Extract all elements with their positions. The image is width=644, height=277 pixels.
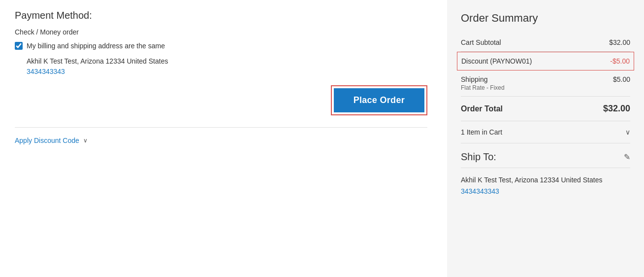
billing-address-street: Test <box>50 57 63 65</box>
divider <box>15 127 427 128</box>
items-in-cart-row[interactable]: 1 Item in Cart ∨ <box>461 121 630 143</box>
order-total-label: Order Total <box>461 104 503 113</box>
shipping-row: Shipping Flat Rate - Fixed $5.00 <box>461 70 630 97</box>
ship-to-title: Ship To: <box>461 151 496 163</box>
billing-address-city: Test, Arizona 12334 <box>64 57 125 65</box>
billing-same-label: My billing and shipping address are the … <box>27 42 165 50</box>
cart-subtotal-value: $32.00 <box>609 38 630 46</box>
shipping-method: Flat Rate - Fixed <box>461 84 505 91</box>
payment-type: Check / Money order <box>15 28 427 36</box>
chevron-down-cart-icon: ∨ <box>625 128 630 136</box>
ship-address-name: Akhil K <box>461 176 483 184</box>
payment-method-title: Payment Method: <box>15 10 427 21</box>
shipping-label: Shipping <box>461 75 505 83</box>
right-panel: Order Summary Cart Subtotal $32.00 Disco… <box>447 0 644 277</box>
order-total-row: Order Total $32.00 <box>461 97 630 121</box>
place-order-wrapper: Place Order <box>331 85 427 115</box>
billing-address-country: United States <box>127 57 168 65</box>
items-in-cart-label: 1 Item in Cart <box>461 128 502 136</box>
discount-row: Discount (PAYNOW01) -$5.00 <box>457 52 634 70</box>
apply-discount-row[interactable]: Apply Discount Code ∨ <box>15 137 427 144</box>
billing-address-block: Akhil K Test Test, Arizona 12334 United … <box>15 56 427 75</box>
cart-subtotal-row: Cart Subtotal $32.00 <box>461 34 630 52</box>
order-total-value: $32.00 <box>603 104 630 114</box>
apply-discount-label[interactable]: Apply Discount Code <box>15 137 79 144</box>
ship-address-country: United States <box>561 176 602 184</box>
shipping-left: Shipping Flat Rate - Fixed <box>461 75 505 91</box>
cart-subtotal-label: Cart Subtotal <box>461 38 501 46</box>
chevron-down-icon: ∨ <box>83 137 88 144</box>
billing-address-name: Akhil K <box>27 57 48 65</box>
ship-address-phone[interactable]: 3434343343 <box>461 187 630 195</box>
ship-to-section: Ship To: ✎ Akhil K Test Test, Arizona 12… <box>461 151 630 195</box>
discount-label: Discount (PAYNOW01) <box>461 57 532 65</box>
ship-address-city: Test, Arizona 12334 <box>499 176 559 184</box>
shipping-value: $5.00 <box>613 75 630 83</box>
place-order-button[interactable]: Place Order <box>334 88 424 112</box>
billing-same-checkbox[interactable] <box>15 42 23 50</box>
place-order-row: Place Order <box>15 85 427 115</box>
order-summary-title: Order Summary <box>461 12 630 25</box>
billing-address-phone[interactable]: 3434343343 <box>27 68 427 75</box>
left-panel: Payment Method: Check / Money order My b… <box>0 0 447 277</box>
billing-same-row: My billing and shipping address are the … <box>15 42 427 50</box>
ship-address-street: Test <box>484 176 497 184</box>
discount-value: -$5.00 <box>610 57 630 65</box>
edit-icon[interactable]: ✎ <box>624 152 630 162</box>
ship-to-header: Ship To: ✎ <box>461 151 630 168</box>
